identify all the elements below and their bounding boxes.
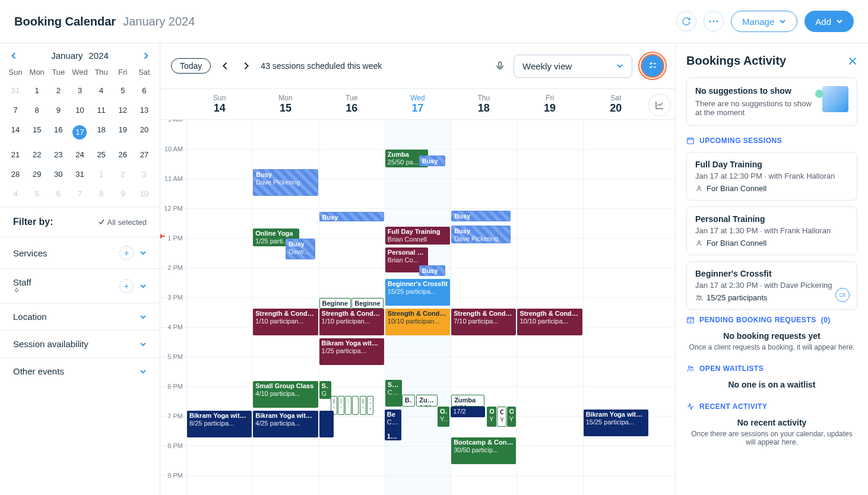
cell[interactable] xyxy=(186,357,252,386)
cell[interactable] xyxy=(319,446,385,475)
minical-cell[interactable]: 3 xyxy=(69,82,90,99)
minical-cell[interactable]: 24 xyxy=(69,147,90,163)
minical-cell-muted[interactable]: 4 xyxy=(5,186,26,202)
filter-row-services[interactable]: Services+ xyxy=(0,237,160,268)
calendar-event[interactable]: OnYo xyxy=(497,407,506,427)
cell[interactable] xyxy=(186,209,252,238)
minical-cell-muted[interactable]: 5 xyxy=(26,186,47,202)
calendar-event[interactable]: Zw xyxy=(367,396,373,415)
cell[interactable] xyxy=(186,328,252,357)
manage-button[interactable]: Manage xyxy=(731,11,797,32)
cell[interactable] xyxy=(517,120,582,149)
cell[interactable] xyxy=(319,120,385,149)
day-header[interactable]: Wed17 xyxy=(385,89,451,119)
cell[interactable] xyxy=(186,120,252,149)
cell[interactable] xyxy=(252,268,318,297)
calendar-event[interactable]: Bikram Yoga with Sarah8/25 participa... xyxy=(187,411,252,437)
cell[interactable] xyxy=(583,239,649,268)
calendar-event[interactable]: Strength & Conditioning1/10 participan..… xyxy=(253,309,318,335)
minical-cell[interactable]: 28 xyxy=(5,166,26,182)
cell[interactable] xyxy=(319,150,385,179)
cell[interactable] xyxy=(451,120,517,149)
calendar-event[interactable]: Strength & Conditioning1/10 participan..… xyxy=(319,309,384,335)
session-card[interactable]: Full Day TrainingJan 17 at 12:30 PM · wi… xyxy=(686,152,857,201)
minical-cell[interactable]: 7 xyxy=(5,102,26,118)
calendar-event[interactable]: BusyDave Pickering xyxy=(451,226,511,243)
cell[interactable] xyxy=(319,268,385,297)
minical-cell[interactable]: 18 xyxy=(91,122,112,143)
calendar-event[interactable]: OnYo xyxy=(487,407,496,427)
cell[interactable] xyxy=(451,268,517,297)
minical-cell[interactable]: 11 xyxy=(91,102,112,118)
minical-cell-muted[interactable]: 2 xyxy=(112,166,134,182)
minical-cell[interactable]: 14 xyxy=(5,122,26,143)
cell[interactable] xyxy=(319,476,385,495)
minical-cell[interactable]: 30 xyxy=(47,166,69,182)
day-header[interactable]: Tue16 xyxy=(319,89,385,119)
filter-row-location[interactable]: Location xyxy=(0,303,160,330)
cell[interactable] xyxy=(252,446,318,475)
calendar-event[interactable]: Busy xyxy=(419,265,446,276)
calendar-event[interactable]: Beginne xyxy=(351,298,383,309)
calendar-event[interactable]: Strength & Conditioning10/10 participa..… xyxy=(517,309,582,335)
calendar-event[interactable] xyxy=(319,411,334,437)
cell[interactable] xyxy=(186,446,252,475)
today-button[interactable]: Today xyxy=(171,58,211,74)
cell[interactable] xyxy=(451,150,517,179)
cell[interactable] xyxy=(517,179,582,208)
minical-cell[interactable]: 12 xyxy=(112,102,134,118)
minical-cell[interactable]: 15 xyxy=(26,122,47,143)
cell[interactable] xyxy=(583,179,649,208)
cell[interactable] xyxy=(451,476,517,495)
calendar-event[interactable]: Zumba0/50 xyxy=(451,395,484,407)
cell[interactable] xyxy=(583,268,649,297)
cell[interactable] xyxy=(517,268,582,297)
cell[interactable] xyxy=(186,239,252,268)
calendar-event[interactable]: Beginne xyxy=(319,298,351,309)
calendar-event[interactable]: BYo xyxy=(338,396,344,415)
cell[interactable] xyxy=(319,239,385,268)
calendar-event[interactable]: BYo xyxy=(345,396,351,415)
cell[interactable] xyxy=(517,239,582,268)
add-button[interactable]: Add xyxy=(804,11,854,32)
minical-next[interactable] xyxy=(142,52,150,60)
filter-row-other-events[interactable]: Other events xyxy=(0,357,160,385)
calendar-event[interactable]: SmG xyxy=(319,381,331,399)
minical-cell[interactable]: 9 xyxy=(47,102,69,118)
add-filter-icon[interactable]: + xyxy=(119,279,134,293)
cell[interactable] xyxy=(319,179,385,208)
calendar-event[interactable]: Full Day TrainingBrian Connell xyxy=(385,227,450,245)
day-header[interactable]: Sun14 xyxy=(186,89,252,119)
cell[interactable] xyxy=(583,209,649,238)
calendar-event[interactable]: Bikwith xyxy=(402,395,415,407)
minical-cell-muted[interactable]: 1 xyxy=(91,166,112,182)
cell[interactable] xyxy=(252,120,318,149)
cell[interactable] xyxy=(186,476,252,495)
minical-cell-muted[interactable]: 31 xyxy=(5,82,26,99)
minical-cell[interactable]: 17 xyxy=(69,122,90,143)
minical-cell[interactable]: 25 xyxy=(91,147,112,163)
minical-cell[interactable]: 16 xyxy=(47,122,69,143)
minical-cell[interactable]: 13 xyxy=(134,102,155,118)
calendar-event[interactable]: Bikram Yoga with Sarah15/25 participa... xyxy=(584,410,648,436)
refresh-button[interactable] xyxy=(676,11,696,31)
cell[interactable] xyxy=(583,298,649,327)
minical-cell[interactable]: 26 xyxy=(112,147,134,163)
week-prev[interactable] xyxy=(218,59,232,73)
cell[interactable] xyxy=(385,179,451,208)
cell[interactable] xyxy=(385,476,451,495)
more-button[interactable] xyxy=(704,11,724,31)
session-card[interactable]: Beginner's CrossfitJan 17 at 2:30 PM · w… xyxy=(686,261,857,310)
calendar-event[interactable]: Bootcamp & Conditioning30/50 particip... xyxy=(451,437,516,464)
cell[interactable] xyxy=(517,357,582,386)
minical-cell[interactable]: 1 xyxy=(26,82,47,99)
minical-cell-muted[interactable]: 6 xyxy=(47,186,69,202)
calendar-event[interactable]: Busy xyxy=(451,211,511,221)
minical-prev[interactable] xyxy=(9,52,18,60)
cell[interactable] xyxy=(583,328,649,357)
calendar-event[interactable]: Strength & Conditioning7/10 participa... xyxy=(451,309,516,335)
cell[interactable] xyxy=(583,150,649,179)
minical-cell[interactable]: 2 xyxy=(47,82,69,99)
minical-cell[interactable]: 23 xyxy=(47,147,69,163)
cell[interactable] xyxy=(252,476,318,495)
